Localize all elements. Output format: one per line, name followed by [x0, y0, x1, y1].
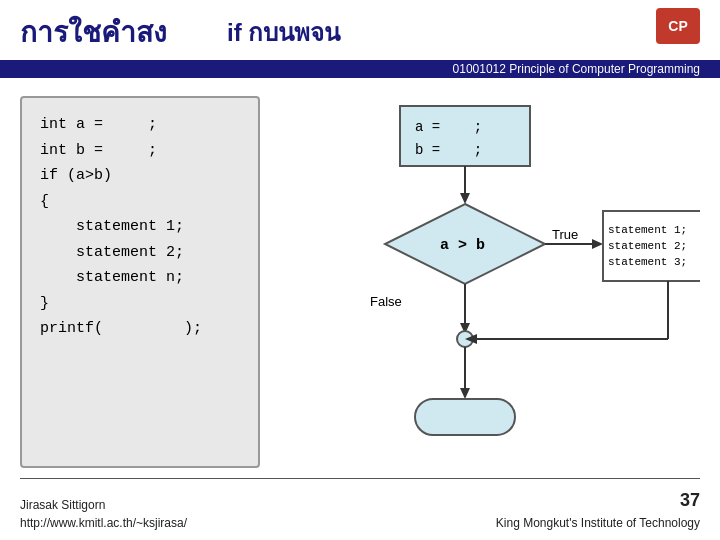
- subtitle-text: 01001012 Principle of Computer Programmi…: [453, 62, 700, 76]
- footer-right: 37 King Mongkut's Institute of Technolog…: [496, 487, 700, 532]
- svg-rect-23: [415, 399, 515, 435]
- svg-text:statement 1;: statement 1;: [608, 224, 687, 236]
- code-line-5: statement 1;: [40, 214, 240, 240]
- code-line-6: statement 2;: [40, 240, 240, 266]
- code-line-9: printf( );: [40, 316, 240, 342]
- code-line-1: int a = ;: [40, 112, 240, 138]
- footer-page: 37: [496, 487, 700, 514]
- footer-left: Jirasak Sittigorn http://www.kmitl.ac.th…: [20, 496, 187, 532]
- svg-text:a =    ;: a = ;: [415, 119, 482, 135]
- svg-marker-4: [460, 193, 470, 204]
- logo-text: CP: [668, 18, 687, 34]
- svg-text:False: False: [370, 294, 402, 309]
- code-line-4: {: [40, 189, 240, 215]
- footer-author: Jirasak Sittigorn: [20, 496, 187, 514]
- svg-marker-9: [592, 239, 603, 249]
- footer-url: http://www.kmitl.ac.th/~ksjirasa/: [20, 514, 187, 532]
- code-line-3: if (a>b): [40, 163, 240, 189]
- header: การใชคำสง if กบนพจน CP: [0, 0, 720, 60]
- svg-text:b =    ;: b = ;: [415, 142, 482, 158]
- flowchart-svg: a = ; b = ; a > b True statement 1; stat…: [280, 96, 700, 456]
- subtitle-bar: 01001012 Principle of Computer Programmi…: [0, 60, 720, 78]
- svg-text:a > b: a > b: [440, 237, 485, 254]
- flowchart-area: a = ; b = ; a > b True statement 1; stat…: [280, 96, 700, 468]
- main-content: int a = ; int b = ; if (a>b) { statement…: [0, 78, 720, 478]
- title-en: if กบนพจน: [227, 13, 340, 52]
- footer-institution: King Mongkut's Institute of Technology: [496, 514, 700, 532]
- logo: CP: [656, 8, 700, 44]
- svg-text:statement 3;: statement 3;: [608, 256, 687, 268]
- svg-text:True: True: [552, 227, 578, 242]
- code-line-7: statement n;: [40, 265, 240, 291]
- code-line-8: }: [40, 291, 240, 317]
- code-block: int a = ; int b = ; if (a>b) { statement…: [20, 96, 260, 468]
- footer: Jirasak Sittigorn http://www.kmitl.ac.th…: [0, 481, 720, 540]
- divider: [20, 478, 700, 479]
- svg-text:statement 2;: statement 2;: [608, 240, 687, 252]
- code-line-2: int b = ;: [40, 138, 240, 164]
- svg-marker-22: [460, 388, 470, 399]
- title-thai: การใชคำสง: [20, 10, 167, 54]
